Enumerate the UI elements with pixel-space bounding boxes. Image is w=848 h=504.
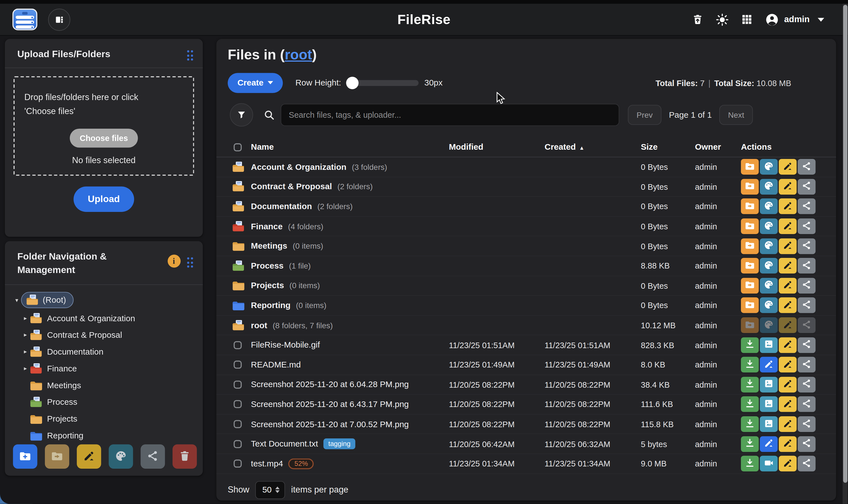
item-name[interactable]: README.md xyxy=(251,360,301,370)
item-name[interactable]: Text Document.txt xyxy=(251,439,318,449)
color-button[interactable] xyxy=(760,238,778,254)
item-name[interactable]: Meetings xyxy=(251,241,287,251)
share-button[interactable] xyxy=(798,416,816,432)
file-row[interactable]: FileRise-Mobile.gif11/23/25 01:51AM11/23… xyxy=(216,335,836,355)
folder-row[interactable]: Account & Organization(3 folders)0 Bytes… xyxy=(216,157,836,177)
item-name[interactable]: test.mp4 xyxy=(251,459,283,469)
tree-item-root[interactable]: ▾ (Root) xyxy=(12,290,197,310)
download-button[interactable] xyxy=(741,396,759,412)
file-row[interactable]: Screenshot 2025-11-20 at 7.00.52 PM.png1… xyxy=(216,415,836,434)
color-button[interactable] xyxy=(760,159,778,175)
color-button[interactable] xyxy=(760,218,778,234)
item-name[interactable]: root xyxy=(251,320,267,330)
rename-button[interactable] xyxy=(779,416,797,432)
folder-row[interactable]: Contract & Proposal(2 folders)0 Bytesadm… xyxy=(216,177,836,197)
row-checkbox[interactable] xyxy=(234,380,242,389)
create-folder-button[interactable] xyxy=(13,444,37,469)
row-checkbox[interactable] xyxy=(234,341,242,349)
file-row[interactable]: Screenshot 2025-11-20 at 6.04.28 PM.png1… xyxy=(216,375,836,395)
rename-button[interactable] xyxy=(779,298,797,313)
preview-button[interactable] xyxy=(760,337,778,353)
user-menu[interactable]: admin xyxy=(765,12,824,26)
rename-button[interactable] xyxy=(779,218,797,234)
column-owner[interactable]: Owner xyxy=(695,142,741,152)
filerise-logo-icon[interactable] xyxy=(12,9,37,30)
caret-expanded-icon[interactable]: ▾ xyxy=(12,296,21,304)
share-button[interactable] xyxy=(798,396,816,412)
preview-button[interactable] xyxy=(760,377,778,393)
share-button[interactable] xyxy=(798,298,816,313)
column-modified[interactable]: Modified xyxy=(449,142,545,152)
color-button[interactable] xyxy=(760,179,778,195)
share-button[interactable] xyxy=(798,456,816,471)
row-checkbox[interactable] xyxy=(234,440,242,448)
color-button[interactable] xyxy=(760,278,778,293)
share-button[interactable] xyxy=(798,377,816,393)
move-button[interactable] xyxy=(741,218,759,234)
tree-item-contract-proposal[interactable]: ▸Contract & Proposal xyxy=(12,327,197,343)
color-folder-button[interactable] xyxy=(109,444,133,469)
share-button[interactable] xyxy=(798,436,816,452)
item-name[interactable]: Reporting xyxy=(251,301,290,310)
rename-button[interactable] xyxy=(779,278,797,293)
root-chip[interactable]: (Root) xyxy=(21,292,73,308)
share-button[interactable] xyxy=(798,179,816,195)
column-created[interactable]: Created▲ xyxy=(545,142,641,152)
move-button[interactable] xyxy=(741,298,759,313)
item-name[interactable]: Process xyxy=(251,261,283,271)
move-button[interactable] xyxy=(741,199,759,214)
rename-button[interactable] xyxy=(779,159,797,175)
caret-collapsed-icon[interactable]: ▸ xyxy=(21,365,30,372)
folder-row[interactable]: Process(1 file)8.88 KBadmin xyxy=(216,256,836,276)
create-button[interactable]: Create xyxy=(228,73,283,92)
slider-thumb[interactable] xyxy=(346,76,358,89)
drag-handle-icon[interactable] xyxy=(187,50,193,60)
row-height-slider[interactable] xyxy=(347,79,419,86)
edit-button[interactable] xyxy=(760,357,778,373)
download-button[interactable] xyxy=(741,416,759,432)
color-button[interactable] xyxy=(760,199,778,214)
share-button[interactable] xyxy=(798,357,816,373)
file-row[interactable]: Screenshot 2025-11-20 at 6.43.17 PM.png1… xyxy=(216,395,836,415)
caret-collapsed-icon[interactable]: ▸ xyxy=(21,314,30,322)
folder-row[interactable]: Projects(0 items)0 Bytesadmin xyxy=(216,276,836,296)
tree-item-meetings[interactable]: Meetings xyxy=(12,377,197,394)
root-link[interactable]: root xyxy=(285,47,312,63)
item-name[interactable]: Screenshot 2025-11-20 at 6.43.17 PM.png xyxy=(251,399,409,409)
row-checkbox[interactable] xyxy=(234,361,242,369)
share-button[interactable] xyxy=(798,218,816,234)
move-button[interactable] xyxy=(741,238,759,254)
tree-item-process[interactable]: Process xyxy=(12,394,197,410)
info-icon[interactable]: i xyxy=(167,254,180,267)
next-page-button[interactable]: Next xyxy=(719,105,753,125)
items-per-page-select[interactable]: 50 xyxy=(255,481,285,499)
select-all-checkbox[interactable] xyxy=(234,143,242,151)
row-checkbox[interactable] xyxy=(234,460,242,468)
filter-button[interactable] xyxy=(230,103,253,126)
drag-handle-icon[interactable] xyxy=(187,257,193,268)
file-row[interactable]: test.mp452%11/23/25 01:34AM11/23/25 01:3… xyxy=(216,454,836,474)
folder-row[interactable]: Documentation(2 folders)0 Bytesadmin xyxy=(216,197,836,217)
rename-button[interactable] xyxy=(779,396,797,412)
color-button[interactable] xyxy=(760,298,778,313)
rename-button[interactable] xyxy=(779,337,797,353)
file-row[interactable]: Text Document.txttagging11/20/25 06:42AM… xyxy=(216,434,836,454)
choose-files-button[interactable]: Choose files xyxy=(70,129,138,147)
share-button[interactable] xyxy=(798,159,816,175)
prev-page-button[interactable]: Prev xyxy=(628,105,661,125)
preview-button[interactable] xyxy=(760,416,778,432)
download-button[interactable] xyxy=(741,357,759,373)
item-name[interactable]: Finance xyxy=(251,221,283,231)
item-name[interactable]: Contract & Proposal xyxy=(251,182,332,192)
item-name[interactable]: Screenshot 2025-11-20 at 7.00.52 PM.png xyxy=(251,419,409,429)
rename-button[interactable] xyxy=(779,258,797,274)
move-button[interactable] xyxy=(741,278,759,293)
share-button[interactable] xyxy=(798,278,816,293)
rename-folder-button[interactable] xyxy=(77,444,101,469)
move-button[interactable] xyxy=(741,179,759,195)
column-name[interactable]: Name xyxy=(251,142,449,152)
folder-row[interactable]: root(8 folders, 7 files)10.12 MBadmin xyxy=(216,316,836,336)
rename-button[interactable] xyxy=(779,436,797,452)
folder-row[interactable]: Reporting(0 items)0 Bytesadmin xyxy=(216,296,836,316)
scrollbar-thumb[interactable] xyxy=(843,5,847,483)
